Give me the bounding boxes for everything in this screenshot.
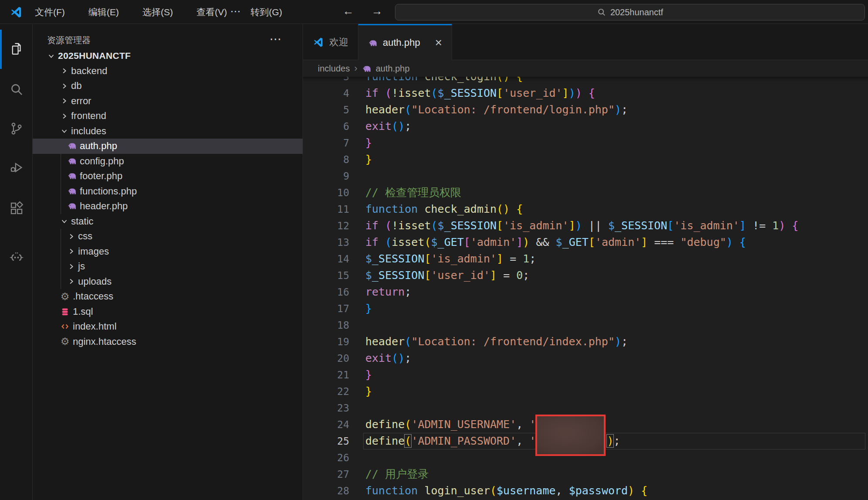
tree-item-nginx.htaccess[interactable]: ⚙nginx.htaccess (33, 334, 303, 350)
editor-area: 欢迎 auth.php × includes › auth.php 3funct… (303, 24, 868, 500)
code-line-20[interactable]: 20exit(); (303, 350, 868, 367)
line-number: 23 (303, 400, 355, 416)
line-number: 19 (303, 333, 355, 350)
menu-item[interactable]: 转到(G) (246, 4, 286, 20)
code-line-11[interactable]: 11function check_admin() { (303, 201, 868, 218)
tree-item-images[interactable]: images (33, 244, 303, 259)
search-value: 2025hunanctf (610, 7, 663, 17)
tree-item-label: db (71, 80, 82, 92)
php-elephant-icon (368, 37, 378, 48)
code-line-19[interactable]: 19header("Location: /frontend/index.php"… (303, 333, 868, 350)
tree-item-uploads[interactable]: uploads (33, 274, 303, 289)
code-line-14[interactable]: 14$_SESSION['is_admin'] = 1; (303, 251, 868, 267)
line-number: 20 (303, 350, 355, 367)
code-line-21[interactable]: 21} (303, 367, 868, 383)
tree-item-css[interactable]: css (33, 229, 303, 244)
tree-item-backend[interactable]: backend (33, 64, 303, 79)
line-number: 16 (303, 284, 355, 300)
chevron-right-icon (66, 248, 76, 255)
code-line-9[interactable]: 9 (303, 168, 868, 184)
tree-item-includes[interactable]: includes (33, 124, 303, 139)
close-icon[interactable]: × (435, 37, 442, 49)
tree-item-label: 2025HUNANCTF (58, 51, 131, 61)
code-editor[interactable]: 3function check_login() {4if (!isset($_S… (303, 77, 868, 500)
title-bar: 文件(F)编辑(E)选择(S)查看(V)转到(G) ⋯ ← → 2025huna… (0, 0, 868, 24)
code-text: function check_admin() { (355, 201, 523, 218)
tree-item-static[interactable]: static (33, 214, 303, 229)
menu-item[interactable]: 选择(S) (138, 4, 177, 20)
tree-item-label: includes (71, 126, 106, 137)
tree-item-functions.php[interactable]: functions.php (33, 184, 303, 199)
code-line-17[interactable]: 17} (303, 300, 868, 317)
menu-item[interactable]: 编辑(E) (84, 4, 123, 20)
code-line-4[interactable]: 4if (!isset($_SESSION['user_id'])) { (303, 85, 868, 102)
source-control-icon[interactable] (0, 115, 33, 143)
back-arrow-button[interactable]: ← (343, 4, 354, 18)
tree-item-2025HUNANCTF[interactable]: 2025HUNANCTF (33, 48, 303, 64)
redaction-box (535, 415, 606, 456)
tree-item-db[interactable]: db (33, 78, 303, 94)
line-number: 8 (303, 151, 355, 168)
code-line-18[interactable]: 18 (303, 317, 868, 333)
menu-more-button[interactable]: ⋯ (226, 5, 245, 17)
tree-item-label: uploads (78, 276, 112, 287)
code-text: function login_user($username, $password… (355, 483, 647, 499)
code-line-10[interactable]: 10// 检查管理员权限 (303, 184, 868, 201)
sidebar-more-actions-button[interactable]: ⋯ (269, 32, 282, 46)
tree-item-label: index.html (73, 321, 116, 332)
run-debug-icon[interactable] (0, 154, 33, 182)
line-number: 24 (303, 416, 355, 433)
line-number: 21 (303, 367, 355, 383)
tab-label: auth.php (383, 37, 420, 48)
code-line-27[interactable]: 27// 用户登录 (303, 466, 868, 483)
forward-arrow-button[interactable]: → (371, 4, 383, 18)
tree-item-auth.php[interactable]: auth.php (33, 139, 303, 154)
code-text: exit(); (355, 118, 411, 135)
breadcrumb-file[interactable]: auth.php (376, 64, 410, 74)
tree-item-label: functions.php (80, 186, 137, 197)
chevron-right-icon (66, 263, 76, 270)
tree-item-footer.php[interactable]: footer.php (33, 169, 303, 184)
code-line-23[interactable]: 23 (303, 400, 868, 416)
breadcrumb-folder[interactable]: includes (318, 64, 350, 74)
code-line-7[interactable]: 7} (303, 135, 868, 151)
copilot-chat-icon[interactable] (0, 243, 33, 271)
tree-item-index.html[interactable]: index.html (33, 319, 303, 334)
php-icon (66, 171, 78, 181)
line-number: 15 (303, 267, 355, 284)
code-line-22[interactable]: 22} (303, 383, 868, 400)
tree-item-error[interactable]: error (33, 94, 303, 109)
vscode-logo (10, 6, 23, 19)
tree-item-frontend[interactable]: frontend (33, 109, 303, 124)
tree-item-label: nginx.htaccess (73, 336, 136, 347)
tab-welcome[interactable]: 欢迎 (303, 24, 358, 60)
code-line-3[interactable]: 3function check_login() { (303, 77, 868, 85)
line-number: 25 (303, 433, 355, 449)
tree-item-1.sql[interactable]: 1.sql (33, 304, 303, 320)
tree-item-header.php[interactable]: header.php (33, 199, 303, 214)
tab-auth-php[interactable]: auth.php × (358, 24, 452, 60)
tree-item-label: footer.php (80, 170, 123, 182)
tree-item-label: .htaccess (73, 291, 113, 302)
tree-item-label: backend (71, 65, 107, 77)
code-line-16[interactable]: 16return; (303, 284, 868, 300)
line-number: 27 (303, 466, 355, 483)
code-line-8[interactable]: 8} (303, 151, 868, 168)
code-line-15[interactable]: 15$_SESSION['user_id'] = 0; (303, 267, 868, 284)
code-line-13[interactable]: 13if (isset($_GET['admin']) && $_GET['ad… (303, 234, 868, 251)
code-text: define('ADMIN_USERNAME', ' (355, 416, 536, 433)
tree-item-config.php[interactable]: config.php (33, 154, 303, 169)
tree-item-.htaccess[interactable]: ⚙.htaccess (33, 289, 303, 304)
code-line-12[interactable]: 12if (!isset($_SESSION['is_admin']) || $… (303, 218, 868, 234)
code-line-6[interactable]: 6exit(); (303, 118, 868, 135)
command-center-search[interactable]: 2025hunanctf (395, 4, 865, 20)
code-line-28[interactable]: 28function login_user($username, $passwo… (303, 483, 868, 499)
code-text: } (355, 135, 372, 151)
tree-item-label: css (78, 231, 92, 242)
search-view-icon[interactable] (0, 75, 33, 103)
tree-item-js[interactable]: js (33, 259, 303, 274)
explorer-icon[interactable] (0, 35, 33, 63)
menu-item[interactable]: 文件(F) (31, 4, 69, 20)
code-line-5[interactable]: 5header("Location: /frontend/login.php")… (303, 102, 868, 118)
extensions-icon[interactable] (0, 194, 33, 222)
